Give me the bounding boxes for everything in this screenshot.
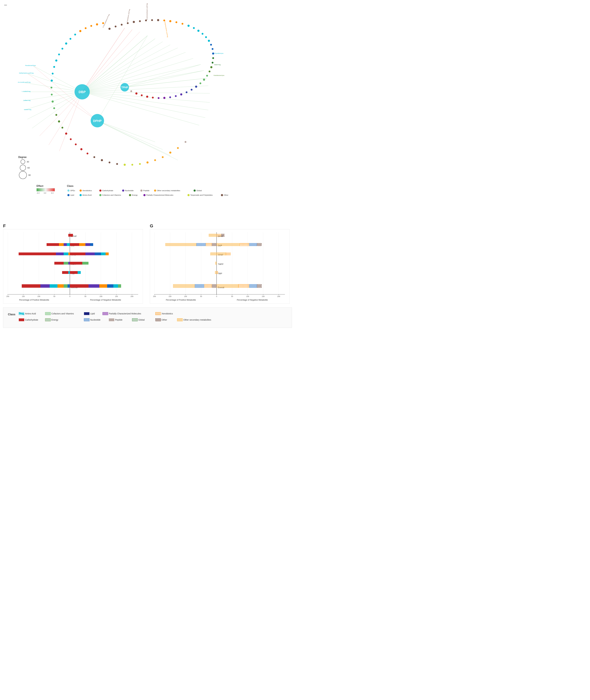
f-pos-axis-label: Percentage of Positive Metabolite — [19, 299, 49, 301]
cov-swatch — [45, 312, 51, 315]
f-overall-pos-blue — [68, 284, 70, 288]
svg-point-59 — [208, 40, 210, 42]
g-dbp-pos-brown — [212, 243, 217, 246]
class-global-dot — [194, 190, 196, 192]
cov-legend-label: Cofactors and Vitamins — [52, 312, 74, 315]
g-overall-pos-orange — [204, 284, 212, 288]
svg-point-54 — [187, 25, 190, 27]
svg-point-80 — [141, 94, 143, 96]
svg-point-93 — [108, 161, 110, 163]
f-overall-pos-red — [22, 284, 40, 288]
svg-point-56 — [197, 30, 200, 32]
f-tphp-neg-blue — [95, 252, 101, 255]
class-aa-label: Amino Acid — [82, 194, 92, 196]
svg-point-41 — [108, 28, 111, 30]
svg-point-73 — [180, 93, 182, 95]
svg-point-107 — [51, 87, 52, 89]
svg-text:200: 200 — [6, 296, 9, 297]
f-dbp-pos-purple — [64, 243, 67, 246]
f-overall-pos-cyan — [50, 284, 58, 288]
g-pos-axis-label: Percentage of Positive Metabolite — [166, 299, 196, 301]
effect-mid-label: 0.0 — [44, 192, 46, 194]
class-lipid-dot — [67, 194, 70, 196]
met-label-7: Pantolactone*pos — [214, 75, 224, 76]
effect-min-label: -0.3 — [36, 192, 39, 194]
g-neg-axis-label: Percentage of Negative Metabolite — [237, 299, 268, 301]
panel-g-chart: Percentage of Positive Metabolite Percen… — [150, 229, 290, 304]
g-tibp-pos — [215, 271, 217, 274]
class-carb-label: Carbohydrate — [102, 190, 113, 192]
svg-text:200: 200 — [277, 296, 280, 297]
g-overall-neg-orange — [238, 284, 249, 288]
f-tphp-neg-purple — [85, 252, 95, 255]
svg-text:150: 150 — [169, 296, 171, 297]
f-overall-pos-green — [64, 284, 68, 288]
g-tmpp-label: TMPP — [218, 263, 223, 265]
class-nucl-label: Nucleotide — [125, 190, 133, 192]
xeno-swatch — [156, 312, 161, 315]
svg-point-69 — [200, 82, 201, 84]
svg-point-101 — [62, 127, 63, 129]
svg-text:150: 150 — [22, 296, 25, 297]
g-overall-neg-brown — [257, 284, 262, 288]
pcm-legend-label: Partially Characterized Molecules — [109, 312, 141, 315]
svg-point-45 — [133, 21, 135, 23]
panel-e: E — [3, 3, 292, 220]
svg-point-117 — [79, 30, 81, 32]
svg-point-92 — [116, 163, 118, 165]
f-tibp-neg-red — [70, 271, 78, 274]
class-osm-label: Other secondary metabolites — [157, 190, 180, 192]
osm-legend-label: Other secondary metabolites — [183, 319, 211, 321]
svg-text:150: 150 — [262, 296, 265, 297]
lipid-legend-label: Lipid — [90, 312, 95, 315]
g-dbp-pos-blue — [196, 243, 206, 246]
svg-point-72 — [186, 91, 188, 93]
f-tphp-neg-cyan — [101, 252, 106, 255]
svg-text:150: 150 — [115, 296, 118, 297]
panel-f: F Percentage of Positive Metabolite Perc… — [3, 223, 145, 304]
g-tphp-neg-orange — [226, 252, 230, 255]
svg-point-60 — [210, 44, 212, 45]
svg-point-118 — [85, 27, 87, 29]
g-dphp-neg-brown — [221, 234, 224, 237]
svg-point-78 — [152, 97, 154, 99]
svg-point-42 — [115, 26, 117, 27]
degree-90-label: 90 — [28, 174, 31, 176]
svg-point-105 — [52, 100, 54, 103]
met-label-12: Methylmalonic acid*neg — [19, 72, 33, 74]
svg-point-106 — [51, 94, 53, 95]
class-pept-label: Peptide — [143, 190, 150, 192]
svg-point-95 — [93, 156, 95, 158]
svg-point-96 — [87, 152, 88, 154]
degree-60-label: 60 — [27, 167, 30, 169]
class-opes-dot — [67, 190, 70, 192]
f-tphp-pos-purple — [56, 252, 64, 255]
f-tphp-pos-red — [19, 252, 56, 255]
svg-point-44 — [127, 22, 129, 24]
met-label-9: L-Arabitol*neg — [22, 91, 30, 92]
svg-point-62 — [212, 52, 214, 54]
svg-point-84 — [177, 147, 179, 149]
class-aa-dot — [80, 194, 82, 196]
svg-point-86 — [162, 156, 164, 158]
g-tibp-label: TiBP — [218, 272, 222, 275]
svg-point-55 — [193, 27, 195, 29]
svg-point-75 — [169, 96, 171, 98]
f-overall-neg-red — [70, 284, 89, 288]
svg-point-58 — [205, 36, 207, 38]
other-legend-label: Other — [162, 319, 167, 321]
f-tmpp-pos-green — [64, 262, 68, 264]
svg-point-100 — [65, 132, 67, 135]
svg-point-82 — [130, 90, 132, 92]
carb-swatch — [19, 319, 24, 321]
svg-rect-0 — [3, 5, 292, 203]
energy-legend-label: Energy — [52, 319, 58, 321]
f-dphp-neg-bar — [70, 234, 73, 237]
page-container: E — [0, 0, 295, 331]
f-tmpp-pos-red — [54, 262, 64, 264]
g-overall-pos-brown — [212, 284, 217, 288]
svg-point-83 — [185, 141, 187, 143]
class-global-label: Global — [196, 190, 202, 192]
nucl-swatch — [84, 319, 89, 321]
f-tphp-neg-red — [70, 252, 85, 255]
